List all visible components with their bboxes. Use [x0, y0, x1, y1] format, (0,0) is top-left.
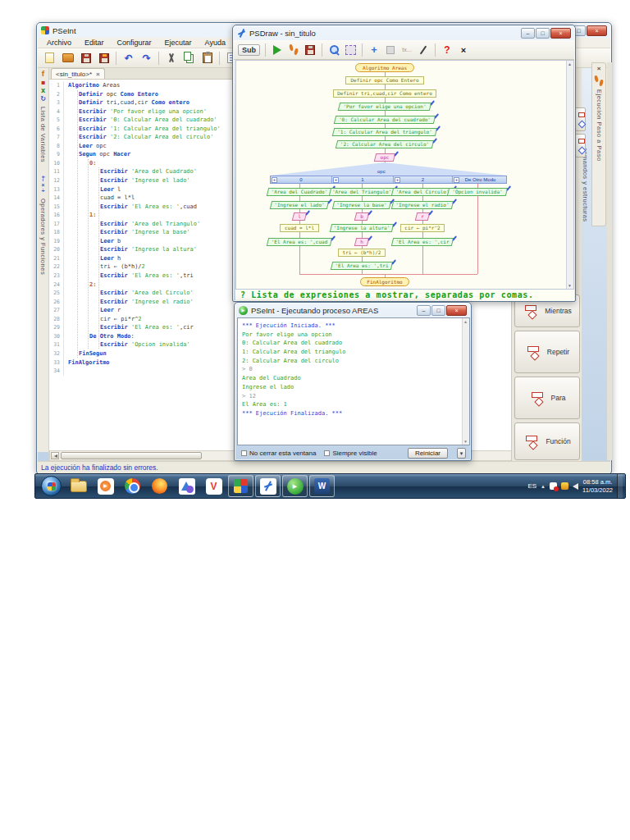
draw-app-icon[interactable] [174, 475, 199, 497]
menu-archivo[interactable]: Archivo [40, 38, 78, 48]
flow-node-out-9[interactable]: 'Ingrese el lado' [270, 201, 329, 209]
cut-icon[interactable] [162, 49, 180, 66]
subprocess-button[interactable]: Sub [237, 42, 261, 58]
step-execution-tab[interactable]: × Ejecución Paso a Paso [591, 62, 606, 226]
menu-ejecutar[interactable]: Ejecutar [158, 38, 199, 48]
close-tool-icon[interactable]: × [456, 42, 471, 58]
checkbox-icon[interactable] [324, 450, 330, 456]
select-icon[interactable] [343, 42, 358, 58]
flow-node-out-25[interactable]: 'Opcion invalida' [447, 188, 508, 196]
flow-node-in-7[interactable]: opc [374, 153, 395, 162]
flow-node-out-6[interactable]: '2: Calcular Area del circulo' [336, 140, 434, 148]
zoom-icon[interactable] [326, 42, 341, 58]
expand-icon[interactable]: + [454, 177, 459, 183]
checkbox-icon[interactable] [241, 450, 247, 456]
flow-node-out-5[interactable]: '1: Calcular Area del triangulo' [332, 128, 437, 136]
security-icon[interactable] [561, 482, 568, 490]
struct-button-funcin[interactable]: Función [514, 422, 580, 460]
console-window-maximize-button[interactable]: □ [431, 305, 445, 316]
console-scrollbar[interactable] [462, 318, 469, 445]
start-button[interactable] [39, 475, 64, 497]
selector-case-de-otro-modo[interactable]: +De Otro Modo [452, 176, 508, 183]
restart-button[interactable]: Reiniciar [408, 448, 448, 459]
restart-dropdown-icon[interactable]: ▼ [457, 448, 466, 459]
selector-case-0[interactable]: +0 [271, 176, 331, 183]
main-window-close-button[interactable]: × [587, 25, 607, 36]
flow-node-in-22[interactable]: r [415, 212, 430, 221]
selector-case-1[interactable]: +1 [331, 176, 393, 183]
no-close-checkbox[interactable]: No cerrar esta ventana [241, 450, 316, 457]
clock[interactable]: 08:58 a.m. 11/03/2022 [582, 478, 613, 494]
paste-icon[interactable] [199, 49, 216, 66]
hidden-icons-button[interactable]: ▲ [541, 484, 546, 489]
console-window-close-button[interactable]: × [446, 305, 467, 316]
psdraw-titlebar[interactable]: PSDraw - sin_titulo –□× [233, 25, 575, 40]
media-player-icon[interactable]: ▶ [93, 475, 118, 497]
flow-node-out-8[interactable]: 'Area del Cuadrado' [267, 188, 332, 196]
redo-icon[interactable]: ↷ [138, 49, 155, 66]
flow-node-out-4[interactable]: '0: Calcular Area del cuadrado' [334, 116, 436, 124]
move-icon[interactable]: + [367, 42, 381, 58]
flow-node-in-15[interactable]: b [354, 212, 369, 221]
erase-icon[interactable] [383, 42, 398, 58]
flow-node-assign-23[interactable]: cir ← pi*r^2 [400, 224, 445, 232]
menu-editar[interactable]: Editar [78, 38, 111, 48]
expand-icon[interactable]: + [395, 177, 400, 183]
psdraw-window-minimize-button[interactable]: – [521, 28, 535, 39]
flow-node-proc-1[interactable]: Definir opc Como Entero [345, 76, 424, 84]
tab-sin-titulo[interactable]: <sin_titulo>* × [51, 68, 105, 79]
operators-panel-tab[interactable]: Operadores y Funciones [39, 199, 47, 275]
pseint-taskbar-button[interactable] [228, 475, 253, 497]
clear-marks-icon[interactable]: x [41, 87, 45, 95]
menu-ayuda[interactable]: Ayuda [199, 38, 232, 48]
struct-button-repetir[interactable]: Repetir [514, 331, 580, 373]
psdraw-taskbar-button[interactable] [255, 475, 281, 497]
commands-panel-tab[interactable]: comandos y estructuras [582, 148, 591, 271]
expand-icon[interactable]: + [333, 177, 339, 183]
console-output[interactable]: *** Ejecución Iniciada. ***Por favor eli… [237, 317, 470, 445]
flow-node-assign-11[interactable]: cuad = l*l [280, 224, 319, 232]
flow-node-out-12[interactable]: 'El Area es: ',cuad [267, 238, 332, 246]
step-icon[interactable] [286, 42, 301, 58]
flow-node-assign-18[interactable]: tri ← (b*h)/2 [338, 249, 386, 257]
mini-struct-button-2[interactable] [575, 134, 586, 158]
variables-panel-tab[interactable]: Lista de Variables [39, 107, 47, 162]
tab-close-icon[interactable]: × [96, 71, 100, 78]
vivaldi-icon[interactable]: V [201, 475, 226, 497]
psdraw-window-maximize-button[interactable]: □ [536, 28, 550, 39]
flow-node-out-16[interactable]: 'Ingrese la altura' [330, 224, 394, 232]
menu-configurar[interactable]: Configurar [111, 38, 158, 48]
flow-node-in-10[interactable]: l [292, 212, 307, 221]
text-tool-icon[interactable]: tx... [399, 42, 414, 58]
refresh-icon[interactable]: ↻ [40, 95, 46, 103]
flow-node-out-13[interactable]: 'Area del Triangulo' [329, 188, 395, 196]
run-icon[interactable] [270, 42, 285, 58]
breakpoint-icon[interactable]: ▪ [41, 79, 45, 87]
mini-struct-button-1[interactable] [575, 107, 586, 131]
flow-node-out-20[interactable]: 'Area del Circulo' [391, 188, 454, 196]
save-icon[interactable] [303, 42, 317, 58]
selector-case-2[interactable]: +2 [393, 176, 452, 183]
save-as-icon[interactable] [95, 49, 112, 66]
chrome-icon[interactable] [120, 475, 145, 497]
flow-node-out-24[interactable]: 'El Area es: ',cir [391, 238, 454, 246]
copy-icon[interactable] [180, 49, 198, 66]
flow-node-end-26[interactable]: FinAlgoritmo [360, 277, 409, 286]
flowchart-canvas[interactable]: opc+0+1+2+De Otro ModoAlgoritmo AreasDef… [235, 60, 574, 290]
flow-node-in-17[interactable]: h [354, 238, 369, 246]
explorer-icon[interactable] [66, 475, 91, 497]
help-icon[interactable]: ? [440, 42, 454, 58]
expand-icon[interactable]: + [272, 177, 277, 183]
edit-icon[interactable] [416, 42, 431, 58]
flow-node-proc-2[interactable]: Definir tri,cuad,cir Como entero [333, 89, 436, 98]
undo-icon[interactable]: ↶ [120, 49, 137, 66]
always-visible-checkbox[interactable]: Siempre visible [324, 450, 377, 457]
show-desktop-button[interactable] [617, 474, 623, 498]
save-icon[interactable] [77, 49, 94, 66]
struct-button-para[interactable]: Para [514, 377, 580, 419]
open-file-icon[interactable] [59, 49, 76, 66]
flowchart-vscrollbar[interactable] [566, 61, 573, 289]
console-titlebar[interactable]: PSeInt - Ejecutando proceso AREAS –□× [235, 303, 471, 317]
console-taskbar-button[interactable]: ▶ [282, 475, 308, 497]
flow-node-out-14[interactable]: 'Ingrese la base' [332, 201, 391, 209]
